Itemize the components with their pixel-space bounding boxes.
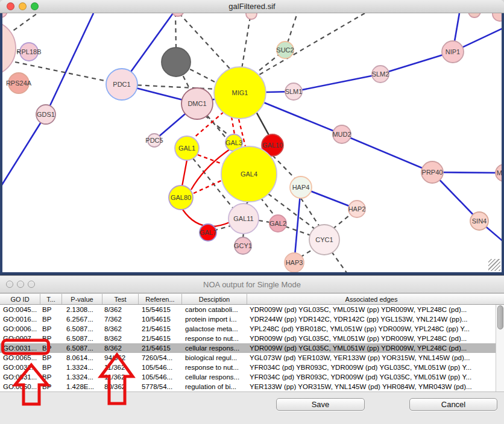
cell-2-1[interactable]: BP: [40, 324, 62, 334]
cell-6-4[interactable]: 105/546...: [139, 363, 182, 372]
cell-6-6[interactable]: YFR034C (pd) YBR093C, YDR009W (pd) YGL03…: [247, 363, 496, 372]
node-SLM2[interactable]: [372, 66, 389, 83]
node-RPS24A[interactable]: [8, 73, 29, 93]
node-PDC5[interactable]: [148, 134, 161, 147]
cell-3-6[interactable]: YDR009W (pd) YGL035C, YML051W (pp) YDR00…: [247, 334, 496, 343]
table-row-3[interactable]: GO:0007...BP6.5087...8/36221/54615respon…: [0, 334, 496, 343]
cell-7-2[interactable]: 1.3324...: [62, 372, 102, 382]
cell-3-3[interactable]: 8/362: [102, 334, 139, 343]
cell-5-0[interactable]: GO:0065...: [0, 353, 40, 363]
node-GAL11[interactable]: [228, 204, 259, 234]
close-button[interactable]: [7, 2, 14, 10]
cell-8-3[interactable]: 80/362: [102, 382, 139, 391]
cell-4-3[interactable]: 8/362: [102, 343, 139, 353]
cell-6-1[interactable]: BP: [40, 363, 62, 372]
cell-8-5[interactable]: regulation of bi...: [182, 382, 247, 391]
table-row-4[interactable]: GO:0031...BP6.5087...8/36221/54615cellul…: [0, 343, 496, 353]
cell-6-0[interactable]: GO:0031...: [0, 363, 40, 372]
cell-4-5[interactable]: cellular respons...: [182, 343, 247, 353]
cell-5-5[interactable]: biological regul...: [182, 353, 247, 363]
node-HAP4[interactable]: [290, 176, 312, 198]
node-RPL18B[interactable]: [20, 43, 38, 61]
node-big-left[interactable]: [0, 20, 16, 76]
node-GAL7[interactable]: [200, 224, 216, 241]
noa-window-titlebar[interactable]: NOA output for Single Mode: [0, 276, 504, 293]
graph-window-titlebar[interactable]: galFiltered.sif: [0, 0, 504, 13]
resize-handle-icon[interactable]: [488, 259, 500, 271]
cell-2-2[interactable]: 6.5087...: [62, 324, 102, 334]
cell-7-4[interactable]: 105/546...: [139, 372, 182, 382]
cell-4-4[interactable]: 21/54615: [139, 343, 182, 353]
table-row-1[interactable]: GO:0016...BP6.2567...7/36210/54615protei…: [0, 314, 496, 324]
cell-3-1[interactable]: BP: [40, 334, 62, 343]
cell-2-5[interactable]: galactose meta...: [182, 324, 247, 334]
cell-4-0[interactable]: GO:0031...: [0, 343, 40, 353]
cell-0-1[interactable]: BP: [40, 305, 62, 314]
node-NIP1[interactable]: [442, 41, 464, 63]
cell-1-1[interactable]: BP: [40, 314, 62, 324]
minimize-button[interactable]: [19, 2, 27, 10]
cell-1-4[interactable]: 10/54615: [139, 314, 182, 324]
cell-5-3[interactable]: 94/362: [102, 353, 139, 363]
scrollbar-thumb[interactable]: [497, 305, 503, 329]
cell-2-3[interactable]: 8/362: [102, 324, 139, 334]
node-gray-node[interactable]: [162, 48, 191, 76]
node-GCY1[interactable]: [235, 237, 251, 254]
cancel-button[interactable]: Cancel: [409, 398, 497, 411]
node-MIG1[interactable]: [214, 67, 266, 119]
node-HAP3[interactable]: [285, 253, 304, 272]
node-GAL80[interactable]: [169, 186, 193, 210]
node-top-partial-2[interactable]: [246, 13, 257, 19]
node-MSN[interactable]: [496, 164, 504, 181]
node-GDS1[interactable]: [36, 105, 55, 124]
column-header-5[interactable]: Desciption: [182, 294, 247, 304]
node-MUD2[interactable]: [333, 125, 351, 143]
cell-1-2[interactable]: 6.2567...: [62, 314, 102, 324]
node-DMC1[interactable]: [181, 88, 213, 119]
network-canvas[interactable]: RPL18BRPS24AGDS1PDC1DMC1MIG1SLM1SLM2SUC2…: [0, 13, 504, 275]
node-CYC1[interactable]: [309, 225, 339, 255]
zoom-button[interactable]: [31, 2, 39, 10]
node-HAP2[interactable]: [348, 201, 365, 217]
cell-7-5[interactable]: cellular respons...: [182, 372, 247, 382]
cell-0-2[interactable]: 2.1308...: [62, 305, 102, 314]
table-row-2[interactable]: GO:0006...BP6.5087...8/36221/54615galact…: [0, 324, 496, 334]
cell-7-1[interactable]: BP: [40, 372, 62, 382]
save-button[interactable]: Save: [276, 398, 365, 411]
cell-5-4[interactable]: 7260/54...: [139, 353, 182, 363]
cell-8-6[interactable]: YER133W (pp) YOR315W, YNL145W (pd) YHR08…: [247, 382, 496, 391]
table-row-0[interactable]: GO:0045...BP2.1308...8/36215/54615carbon…: [0, 305, 496, 314]
cell-7-6[interactable]: YFR034C (pd) YBR093C, YDR009W (pd) YGL03…: [247, 372, 496, 382]
cell-8-0[interactable]: GO:0050...: [0, 382, 40, 391]
cell-7-3[interactable]: 11/362: [102, 372, 139, 382]
network-svg[interactable]: RPL18BRPS24AGDS1PDC1DMC1MIG1SLM1SLM2SUC2…: [0, 13, 504, 275]
cell-0-6[interactable]: YDR009W (pd) YGL035C, YML051W (pp) YDR00…: [247, 305, 496, 314]
column-header-3[interactable]: Test: [102, 294, 139, 304]
cell-5-1[interactable]: BP: [40, 353, 62, 363]
cell-2-0[interactable]: GO:0006...: [0, 324, 40, 334]
cell-4-6[interactable]: YDR009W (pd) YGL035C, YML051W (pp) YDR00…: [247, 343, 496, 353]
cell-5-6[interactable]: YGL073W (pd) YER103W, YER133W (pp) YOR31…: [247, 353, 496, 363]
cell-8-1[interactable]: BP: [40, 382, 62, 391]
cell-7-0[interactable]: GO:0031...: [0, 372, 40, 382]
column-header-1[interactable]: T...: [40, 294, 62, 304]
cell-0-0[interactable]: GO:0045...: [0, 305, 40, 314]
node-SUC2[interactable]: [277, 42, 294, 58]
column-header-6[interactable]: Associated edges: [247, 294, 496, 304]
node-SIN4[interactable]: [470, 212, 488, 230]
cell-6-5[interactable]: response to nut...: [182, 363, 247, 372]
cell-1-6[interactable]: YDR244W (pp) YDR142C, YDR142C (pp) YGL15…: [247, 314, 496, 324]
cell-2-4[interactable]: 21/54615: [139, 324, 182, 334]
cell-4-2[interactable]: 6.5087...: [62, 343, 102, 353]
cell-0-5[interactable]: carbon cataboli...: [182, 305, 247, 314]
cell-2-6[interactable]: YPL248C (pd) YBR018C, YML051W (pp) YDR00…: [247, 324, 496, 334]
vertical-scrollbar[interactable]: [496, 305, 504, 391]
close-button[interactable]: [6, 281, 13, 288]
cell-4-1[interactable]: BP: [40, 343, 62, 353]
node-tl-partial[interactable]: [0, 13, 7, 17]
cell-1-5[interactable]: protein import i...: [182, 314, 247, 324]
cell-0-3[interactable]: 8/362: [102, 305, 139, 314]
node-GAL1[interactable]: [175, 136, 199, 160]
cell-3-0[interactable]: GO:0007...: [0, 334, 40, 343]
cell-3-4[interactable]: 21/54615: [139, 334, 182, 343]
